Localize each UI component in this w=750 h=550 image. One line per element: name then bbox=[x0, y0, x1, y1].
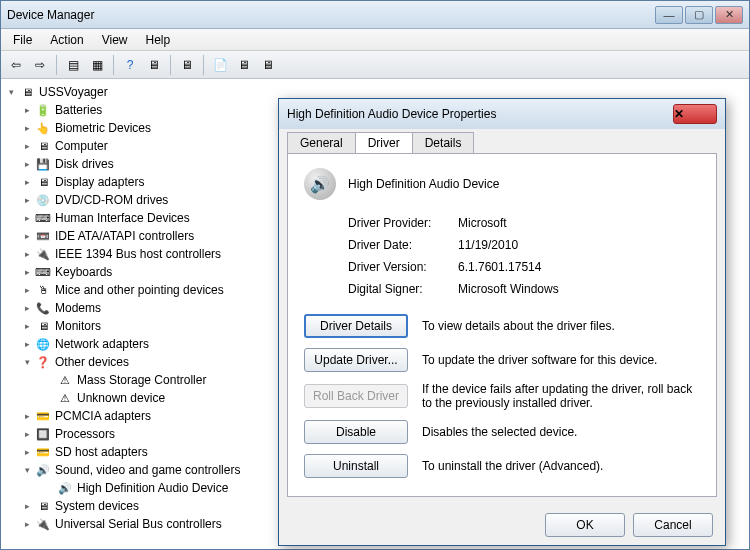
device-category-icon: 🔌 bbox=[35, 516, 51, 532]
window-title: Device Manager bbox=[7, 8, 655, 22]
scan-button[interactable]: 🖥 bbox=[176, 54, 198, 76]
tree-item-label: Unknown device bbox=[77, 391, 165, 405]
device-category-icon: ⚠ bbox=[57, 372, 73, 388]
properties-dialog: High Definition Audio Device Properties … bbox=[278, 98, 726, 546]
forward-button[interactable]: ⇨ bbox=[29, 54, 51, 76]
minimize-button[interactable]: — bbox=[655, 6, 683, 24]
separator bbox=[56, 55, 57, 75]
menu-view[interactable]: View bbox=[94, 31, 136, 49]
expand-icon[interactable]: ▸ bbox=[21, 266, 33, 278]
menu-action[interactable]: Action bbox=[42, 31, 91, 49]
menubar: File Action View Help bbox=[1, 29, 749, 51]
driver-details-desc: To view details about the driver files. bbox=[422, 319, 700, 333]
driver-details-button[interactable]: Driver Details bbox=[304, 314, 408, 338]
expand-icon[interactable]: ▸ bbox=[21, 104, 33, 116]
tree-item-label: Batteries bbox=[55, 103, 102, 117]
device-category-icon: 💳 bbox=[35, 408, 51, 424]
dialog-close-button[interactable]: ✕ bbox=[673, 104, 717, 124]
dialog-title: High Definition Audio Device Properties bbox=[287, 107, 673, 121]
expand-icon[interactable]: ▸ bbox=[21, 428, 33, 440]
expand-icon[interactable]: ▸ bbox=[21, 284, 33, 296]
separator bbox=[113, 55, 114, 75]
expand-icon[interactable]: ▸ bbox=[21, 320, 33, 332]
device-category-icon: ⚠ bbox=[57, 390, 73, 406]
tab-details[interactable]: Details bbox=[412, 132, 475, 153]
collapse-icon[interactable]: ▾ bbox=[21, 356, 33, 368]
expand-icon[interactable]: ▸ bbox=[21, 518, 33, 530]
tree-item-label: Disk drives bbox=[55, 157, 114, 171]
device-category-icon: 🖥 bbox=[35, 174, 51, 190]
expand-icon[interactable]: ▸ bbox=[21, 338, 33, 350]
close-icon: ✕ bbox=[674, 107, 716, 121]
maximize-button[interactable]: ▢ bbox=[685, 6, 713, 24]
tree-item-label: IEEE 1394 Bus host controllers bbox=[55, 247, 221, 261]
disable-device-button[interactable]: Disable bbox=[304, 420, 408, 444]
device-category-icon: 🖥 bbox=[35, 318, 51, 334]
update-icon: 📄 bbox=[213, 58, 228, 72]
expand-icon[interactable]: ▸ bbox=[21, 158, 33, 170]
show-hide-tree-button[interactable]: ▤ bbox=[62, 54, 84, 76]
version-label: Driver Version: bbox=[348, 260, 458, 274]
expand-icon[interactable]: ▸ bbox=[21, 302, 33, 314]
help-button[interactable]: ? bbox=[119, 54, 141, 76]
titlebar[interactable]: Device Manager — ▢ ✕ bbox=[1, 1, 749, 29]
disable-device-desc: Disables the selected device. bbox=[422, 425, 700, 439]
expand-icon[interactable]: ▸ bbox=[21, 500, 33, 512]
update-driver-desc: To update the driver software for this d… bbox=[422, 353, 700, 367]
uninstall-device-button[interactable]: Uninstall bbox=[304, 454, 408, 478]
update-driver-button[interactable]: 📄 bbox=[209, 54, 231, 76]
tree-item-label: IDE ATA/ATAPI controllers bbox=[55, 229, 194, 243]
expand-icon[interactable]: ▸ bbox=[21, 446, 33, 458]
expand-icon[interactable]: ▸ bbox=[21, 410, 33, 422]
tree-item-label: Computer bbox=[55, 139, 108, 153]
expand-icon[interactable]: ▸ bbox=[21, 176, 33, 188]
tree-item-label: DVD/CD-ROM drives bbox=[55, 193, 168, 207]
expand-icon[interactable]: ▸ bbox=[21, 230, 33, 242]
update-driver-button[interactable]: Update Driver... bbox=[304, 348, 408, 372]
arrow-right-icon: ⇨ bbox=[35, 58, 45, 72]
expand-icon[interactable]: ▸ bbox=[21, 140, 33, 152]
tab-panel-driver: 🔊 High Definition Audio Device Driver Pr… bbox=[287, 153, 717, 497]
tree-item-label: System devices bbox=[55, 499, 139, 513]
tree-item-label: SD host adapters bbox=[55, 445, 148, 459]
device-category-icon: ⌨ bbox=[35, 264, 51, 280]
ok-button[interactable]: OK bbox=[545, 513, 625, 537]
disable-button[interactable]: 🖥 bbox=[257, 54, 279, 76]
uninstall-button[interactable]: 🖥 bbox=[233, 54, 255, 76]
tab-driver[interactable]: Driver bbox=[355, 132, 413, 153]
device-category-icon: 🖥 bbox=[35, 498, 51, 514]
collapse-icon[interactable]: ▾ bbox=[21, 464, 33, 476]
action-button[interactable]: 🖥 bbox=[143, 54, 165, 76]
menu-help[interactable]: Help bbox=[138, 31, 179, 49]
properties-button[interactable]: ▦ bbox=[86, 54, 108, 76]
tree-item-label: Mice and other pointing devices bbox=[55, 283, 224, 297]
tree-item-label: High Definition Audio Device bbox=[77, 481, 228, 495]
provider-value: Microsoft bbox=[458, 216, 700, 230]
expand-icon[interactable]: ▸ bbox=[21, 122, 33, 134]
device-category-icon: ⌨ bbox=[35, 210, 51, 226]
device-category-icon: 👆 bbox=[35, 120, 51, 136]
close-button[interactable]: ✕ bbox=[715, 6, 743, 24]
back-button[interactable]: ⇦ bbox=[5, 54, 27, 76]
device-category-icon: 📼 bbox=[35, 228, 51, 244]
version-value: 6.1.7601.17514 bbox=[458, 260, 700, 274]
properties-icon: ▦ bbox=[92, 58, 103, 72]
tree-item-label: Processors bbox=[55, 427, 115, 441]
menu-file[interactable]: File bbox=[5, 31, 40, 49]
expand-icon[interactable]: ▸ bbox=[21, 212, 33, 224]
device-category-icon: 🔊 bbox=[35, 462, 51, 478]
tree-item-label: Modems bbox=[55, 301, 101, 315]
toolbar: ⇦ ⇨ ▤ ▦ ? 🖥 🖥 📄 🖥 🖥 bbox=[1, 51, 749, 79]
device-category-icon: 🔋 bbox=[35, 102, 51, 118]
signer-value: Microsoft Windows bbox=[458, 282, 700, 296]
expand-icon[interactable]: ▸ bbox=[21, 194, 33, 206]
tree-item-label: Monitors bbox=[55, 319, 101, 333]
collapse-icon[interactable]: ▾ bbox=[5, 86, 17, 98]
tree-icon: ▤ bbox=[68, 58, 79, 72]
cancel-button[interactable]: Cancel bbox=[633, 513, 713, 537]
tree-item-label: Keyboards bbox=[55, 265, 112, 279]
dialog-footer: OK Cancel bbox=[279, 505, 725, 545]
tab-general[interactable]: General bbox=[287, 132, 356, 153]
expand-icon[interactable]: ▸ bbox=[21, 248, 33, 260]
dialog-titlebar[interactable]: High Definition Audio Device Properties … bbox=[279, 99, 725, 129]
